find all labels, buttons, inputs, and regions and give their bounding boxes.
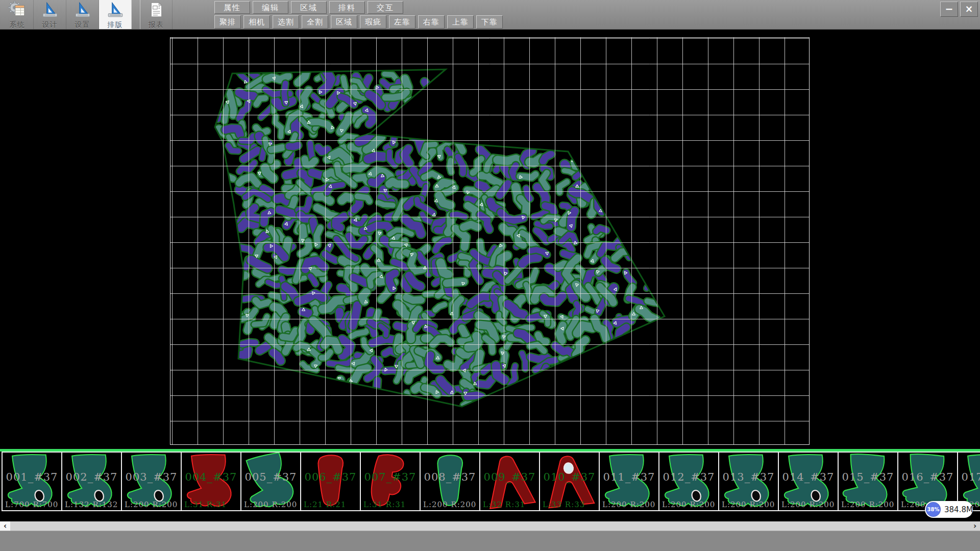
piece-lr-count: L:132 R:132 xyxy=(65,500,118,509)
thumbnail-cells: 001_#37L:700 R:700002_#37L:132 R:132003_… xyxy=(2,452,980,511)
tool-button-10[interactable]: 下靠 xyxy=(476,15,503,29)
tool-button-2[interactable]: 相机 xyxy=(243,15,270,29)
piece-thumbnail-13[interactable]: 013_#37L:200 R:200 xyxy=(718,452,779,511)
piece-thumbnail-4[interactable]: 004_#37L:31 R:31 xyxy=(181,452,241,511)
piece-lr-count: L:200 R:200 xyxy=(841,500,894,509)
menu-row-tools: 聚排相机选割全割区域瑕疵左靠右靠上靠下靠 xyxy=(214,15,505,29)
piece-label: 017_#37 xyxy=(958,471,980,483)
layout-icon xyxy=(106,1,125,20)
piece-thumbnail-9[interactable]: 009_#37L:32 R:31 xyxy=(479,452,540,511)
piece-label: 012_#37 xyxy=(659,471,718,483)
piece-thumbnail-3[interactable]: 003_#37L:200 R:200 xyxy=(121,452,182,511)
nav-button-label: 设置 xyxy=(75,20,90,30)
menu-tab-2[interactable]: 编辑 xyxy=(253,1,288,14)
memory-size: 384.8M xyxy=(944,505,973,514)
nav-button-label: 系统 xyxy=(10,20,25,30)
tool-button-1[interactable]: 聚排 xyxy=(214,15,241,29)
piece-label: 004_#37 xyxy=(182,471,240,483)
menu-tab-3[interactable]: 区域 xyxy=(291,1,327,14)
piece-label: 011_#37 xyxy=(600,471,658,483)
nav-button-1[interactable]: 系统 xyxy=(1,0,34,29)
nav-button-label: 排版 xyxy=(108,20,123,30)
tool-button-3[interactable]: 选割 xyxy=(273,15,299,29)
piece-thumbnail-5[interactable]: 005_#37L:200 R:200 xyxy=(240,452,301,511)
window-controls: − × xyxy=(940,2,978,17)
piece-thumbnail-6[interactable]: 006_#37L:21 R:21 xyxy=(300,452,361,511)
piece-lr-count: L:32 R:31 xyxy=(483,500,525,509)
piece-thumbnail-2[interactable]: 002_#37L:132 R:132 xyxy=(61,452,122,511)
piece-label: 002_#37 xyxy=(62,471,121,483)
piece-thumbnail-15[interactable]: 015_#37L:200 R:200 xyxy=(838,452,898,511)
design-icon xyxy=(41,1,59,20)
piece-thumbnail-11[interactable]: 011_#37L:200 R:200 xyxy=(599,452,659,511)
thumbnail-strip: 001_#37L:700 R:700002_#37L:132 R:132003_… xyxy=(0,449,980,511)
memory-percent: 38% xyxy=(927,507,940,512)
menu-tab-4[interactable]: 排料 xyxy=(329,1,365,14)
scroll-left-arrow[interactable]: ‹ xyxy=(0,521,10,531)
piece-label: 009_#37 xyxy=(480,471,539,483)
piece-label: 008_#37 xyxy=(421,471,479,483)
piece-thumbnail-7[interactable]: 007_#37L:31 R:31 xyxy=(360,452,421,511)
piece-lr-count: L:200 R:200 xyxy=(662,500,715,509)
piece-lr-count: L:200 R:200 xyxy=(244,500,297,509)
piece-thumbnail-14[interactable]: 014_#37L:200 R:200 xyxy=(778,452,839,511)
piece-label: 014_#37 xyxy=(779,471,838,483)
tool-button-4[interactable]: 全割 xyxy=(302,15,328,29)
memory-indicator: 38% 384.8M xyxy=(925,501,973,518)
tool-button-5[interactable]: 区域 xyxy=(331,15,357,29)
piece-thumbnail-10[interactable]: 010_#37L:33 R:33 xyxy=(539,452,600,511)
tool-button-8[interactable]: 右靠 xyxy=(418,15,445,29)
piece-thumbnail-1[interactable]: 001_#37L:700 R:700 xyxy=(2,452,62,511)
nav-button-3[interactable]: 设置 xyxy=(66,0,99,29)
nav-buttons: 系统设计设置排版报表 xyxy=(1,0,173,29)
piece-lr-count: L:700 R:700 xyxy=(5,500,58,509)
memory-percent-badge: 38% xyxy=(926,502,941,517)
tool-button-9[interactable]: 上靠 xyxy=(447,15,474,29)
piece-lr-count: L:200 R:200 xyxy=(781,500,835,509)
piece-lr-count: L:31 R:31 xyxy=(363,500,406,509)
settings-icon xyxy=(74,1,92,20)
menu-tab-1[interactable]: 属性 xyxy=(214,1,250,14)
piece-label: 007_#37 xyxy=(361,471,420,483)
piece-label: 016_#37 xyxy=(898,471,957,483)
system-icon xyxy=(8,1,27,20)
piece-lr-count: L:21 R:21 xyxy=(304,500,346,509)
menu-row-main: 属性编辑区域排料交互 xyxy=(214,1,505,14)
nav-button-label: 设计 xyxy=(42,20,58,30)
top-toolbar: 系统设计设置排版报表 属性编辑区域排料交互 聚排相机选割全割区域瑕疵左靠右靠上靠… xyxy=(0,0,980,30)
menu-tab-5[interactable]: 交互 xyxy=(368,1,403,14)
bottom-status-bar xyxy=(0,531,980,551)
piece-label: 010_#37 xyxy=(540,471,599,483)
piece-lr-count: L:200 R:200 xyxy=(125,500,178,509)
piece-lr-count: L:33 R:33 xyxy=(543,500,585,509)
tool-button-6[interactable]: 瑕疵 xyxy=(360,15,386,29)
minimize-button[interactable]: − xyxy=(940,2,958,17)
piece-label: 003_#37 xyxy=(122,471,181,483)
piece-lr-count: L:200 R:200 xyxy=(602,500,655,509)
piece-label: 013_#37 xyxy=(719,471,778,483)
nav-button-5[interactable]: 报表 xyxy=(140,0,173,29)
piece-lr-count: L:200 R:200 xyxy=(423,500,476,509)
nav-button-4[interactable]: 排版 xyxy=(99,0,132,29)
piece-lr-count: L:31 R:31 xyxy=(184,500,227,509)
piece-lr-count: L:200 R:200 xyxy=(722,500,775,509)
piece-thumbnail-8[interactable]: 008_#37L:200 R:200 xyxy=(420,452,480,511)
close-button[interactable]: × xyxy=(960,2,978,17)
menu-bar: 属性编辑区域排料交互 聚排相机选割全割区域瑕疵左靠右靠上靠下靠 xyxy=(214,0,505,29)
tool-button-7[interactable]: 左靠 xyxy=(389,15,415,29)
nesting-canvas[interactable] xyxy=(170,37,810,445)
report-icon xyxy=(147,1,165,20)
horizontal-scrollbar[interactable]: ‹ › xyxy=(0,521,980,531)
piece-thumbnail-12[interactable]: 012_#37L:200 R:200 xyxy=(658,452,719,511)
nav-button-label: 报表 xyxy=(149,20,164,30)
nav-button-2[interactable]: 设计 xyxy=(34,0,66,29)
scroll-right-arrow[interactable]: › xyxy=(970,521,980,531)
piece-label: 006_#37 xyxy=(301,471,360,483)
piece-label: 001_#37 xyxy=(3,471,61,483)
piece-label: 015_#37 xyxy=(839,471,897,483)
piece-label: 005_#37 xyxy=(241,471,300,483)
